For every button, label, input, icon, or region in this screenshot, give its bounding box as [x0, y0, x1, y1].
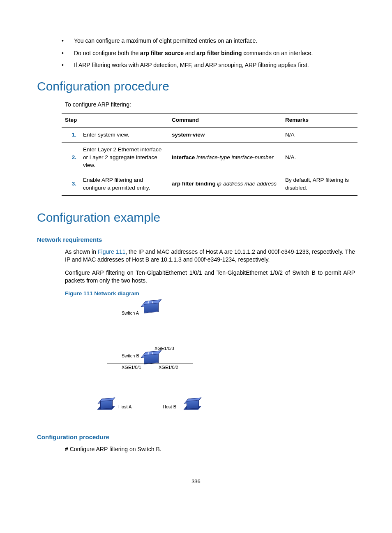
- link-line: [151, 362, 151, 364]
- cmd-italic: ip-address mac-address: [216, 181, 277, 187]
- label-xge102: XGE1/0/2: [159, 364, 178, 371]
- step-remarks: N/A.: [282, 143, 357, 173]
- table-row: 3. Enable ARP filtering and configure a …: [62, 173, 357, 195]
- intro-bullet-list: You can configure a maximum of eight per…: [62, 37, 355, 70]
- th-remarks: Remarks: [282, 114, 357, 128]
- cmd-bold: system-view: [172, 132, 205, 138]
- subheading-configuration-procedure: Configuration procedure: [37, 433, 355, 441]
- th-command: Command: [168, 114, 282, 128]
- paragraph: Configure ARP filtering on Ten-GigabitEt…: [65, 269, 355, 285]
- figure-caption: Figure 111 Network diagram: [65, 290, 355, 298]
- label-host-a: Host A: [118, 404, 131, 410]
- intro-text: To configure ARP filtering:: [65, 101, 355, 109]
- label-switch-a: Switch A: [122, 310, 139, 316]
- host-b-icon: [187, 401, 201, 411]
- table-row: 1. Enter system view. system-view N/A: [62, 128, 357, 143]
- host-a-icon: [100, 401, 114, 411]
- cmd-bold: arp filter binding: [172, 181, 216, 187]
- text: As shown in: [65, 248, 98, 255]
- link-line: [107, 364, 107, 401]
- bullet-item: If ARP filtering works with ARP detectio…: [62, 61, 355, 70]
- heading-configuration-example: Configuration example: [37, 209, 355, 226]
- config-step-text: # Configure ARP filtering on Switch B.: [65, 445, 355, 454]
- step-number: 3.: [62, 173, 80, 195]
- text: and: [184, 50, 196, 56]
- step-command: system-view: [168, 128, 282, 143]
- step-number: 2.: [62, 143, 80, 173]
- label-xge101: XGE1/0/1: [122, 364, 141, 371]
- step-number: 1.: [62, 128, 80, 143]
- heading-configuration-procedure: Configuration procedure: [37, 78, 355, 95]
- text: commands on an interface.: [242, 50, 313, 56]
- text: Do not configure both the: [74, 50, 140, 56]
- step-desc: Enter Layer 2 Ethernet interface or Laye…: [80, 143, 168, 173]
- label-switch-b: Switch B: [122, 353, 139, 359]
- network-diagram: Switch A XGE1/0/3 Switch B XGE1/0/1 XGE1…: [90, 300, 201, 424]
- link-line: [193, 364, 193, 401]
- step-remarks: N/A: [282, 128, 357, 143]
- procedure-table: Step Command Remarks 1. Enter system vie…: [62, 114, 357, 195]
- switch-b-icon: [144, 355, 158, 363]
- cmd-bold: interface: [172, 154, 195, 160]
- step-remarks: By default, ARP filtering is disabled.: [282, 173, 357, 195]
- bold-term: arp filter binding: [196, 50, 242, 56]
- link-line: [151, 313, 151, 350]
- figure-reference-link[interactable]: Figure 111: [98, 248, 125, 255]
- subheading-network-requirements: Network requirements: [37, 235, 355, 244]
- page-number: 336: [37, 478, 355, 485]
- bullet-item: You can configure a maximum of eight per…: [62, 37, 355, 45]
- paragraph: As shown in Figure 111, the IP and MAC a…: [65, 248, 355, 264]
- link-line: [107, 364, 193, 364]
- step-desc: Enable ARP filtering and configure a per…: [80, 173, 168, 195]
- bold-term: arp filter source: [140, 50, 184, 56]
- table-row: 2. Enter Layer 2 Ethernet interface or L…: [62, 143, 357, 173]
- th-step: Step: [62, 114, 168, 128]
- switch-a-icon: [144, 304, 158, 312]
- step-command: arp filter binding ip-address mac-addres…: [168, 173, 282, 195]
- step-desc: Enter system view.: [80, 128, 168, 143]
- bullet-item: Do not configure both the arp filter sou…: [62, 49, 355, 58]
- cmd-italic: interface-type interface-number: [195, 154, 273, 160]
- step-command: interface interface-type interface-numbe…: [168, 143, 282, 173]
- label-host-b: Host B: [163, 404, 176, 410]
